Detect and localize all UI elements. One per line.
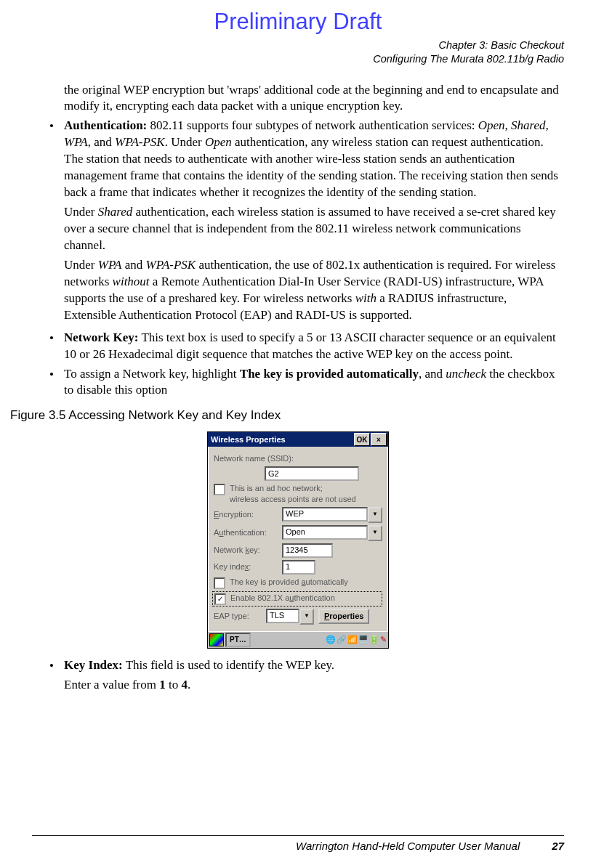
wireless-properties-dialog: Wireless Properties OK × Network name (S… bbox=[207, 431, 389, 649]
intro-paragraph: the original WEP encryption but 'wraps' … bbox=[64, 82, 560, 115]
bullet-authentication: • Authentication: 802.11 supports four s… bbox=[49, 118, 560, 326]
taskbar-app-button[interactable]: PT… bbox=[225, 633, 251, 647]
eap-type-label: EAP type: bbox=[214, 611, 262, 622]
adhoc-checkbox[interactable] bbox=[214, 484, 225, 495]
chevron-down-icon[interactable]: ▼ bbox=[299, 609, 314, 625]
chevron-down-icon[interactable]: ▼ bbox=[368, 525, 382, 541]
encryption-combo[interactable]: WEP ▼ bbox=[282, 507, 382, 523]
chevron-down-icon[interactable]: ▼ bbox=[368, 507, 382, 523]
properties-button[interactable]: Properties bbox=[318, 609, 369, 624]
header-section: Configuring The Murata 802.11b/g Radio bbox=[32, 52, 564, 66]
bullet-assign-key: • To assign a Network key, highlight The… bbox=[49, 366, 560, 399]
tray-icon[interactable]: 🔗 bbox=[337, 634, 347, 645]
authentication-combo[interactable]: Open ▼ bbox=[282, 525, 382, 541]
start-button[interactable] bbox=[209, 633, 224, 646]
bullet-network-key: • Network Key: This text box is used to … bbox=[49, 330, 560, 363]
dialog-titlebar: Wireless Properties OK × bbox=[208, 432, 388, 447]
tray-icon[interactable]: 🌐 bbox=[326, 634, 336, 645]
encryption-label: Encryption: bbox=[214, 509, 278, 520]
page-header: Chapter 3: Basic Checkout Configuring Th… bbox=[32, 38, 564, 66]
footer-manual-title: Warrington Hand-Held Computer User Manua… bbox=[113, 839, 520, 853]
auto-key-checkbox[interactable] bbox=[214, 577, 225, 589]
tray-icon[interactable]: 🖥️ bbox=[358, 634, 369, 645]
header-chapter: Chapter 3: Basic Checkout bbox=[32, 38, 564, 52]
enable-8021x-row[interactable]: ✓ Enable 802.1X authentication bbox=[212, 591, 382, 607]
enable-8021x-checkbox[interactable]: ✓ bbox=[214, 593, 226, 605]
auto-key-row[interactable]: The key is provided automatically bbox=[214, 577, 382, 589]
key-index-label: Key index: bbox=[214, 561, 278, 572]
taskbar: PT… 🌐 🔗 📶 🖥️ 🔋 ✎ bbox=[208, 631, 388, 648]
key-index-field[interactable]: 1 bbox=[282, 560, 315, 575]
preliminary-draft-label: Preliminary Draft bbox=[32, 7, 564, 37]
adhoc-checkbox-row[interactable]: This is an ad hoc network; wireless acce… bbox=[214, 483, 382, 505]
figure-caption: Figure 3.5 Accessing Network Key and Key… bbox=[10, 407, 564, 424]
ok-button[interactable]: OK bbox=[354, 433, 370, 446]
tray-icon[interactable]: ✎ bbox=[380, 634, 387, 645]
authentication-label: Authentication: bbox=[214, 527, 278, 538]
dialog-title: Wireless Properties bbox=[211, 434, 286, 445]
ssid-label: Network name (SSID): bbox=[214, 453, 294, 464]
tray-icon[interactable]: 📶 bbox=[347, 634, 358, 645]
bullet-key-index: • Key Index: This field is used to ident… bbox=[49, 657, 560, 697]
system-tray: 🌐 🔗 📶 🖥️ 🔋 ✎ bbox=[326, 634, 387, 645]
tray-icon[interactable]: 🔋 bbox=[369, 634, 379, 645]
eap-type-combo[interactable]: TLS ▼ bbox=[266, 609, 314, 625]
ssid-field[interactable]: G2 bbox=[265, 466, 359, 481]
network-key-field[interactable]: 12345 bbox=[282, 543, 333, 558]
page-footer: Warrington Hand-Held Computer User Manua… bbox=[32, 835, 564, 853]
close-button[interactable]: × bbox=[371, 433, 387, 446]
footer-page-number: 27 bbox=[552, 839, 564, 853]
network-key-label: Network key: bbox=[214, 545, 278, 556]
